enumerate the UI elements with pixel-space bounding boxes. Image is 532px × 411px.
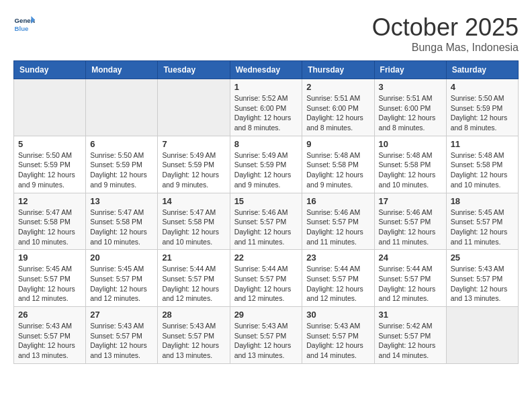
day-info: Sunrise: 5:44 AMSunset: 5:57 PMDaylight:… [379, 264, 442, 304]
day-number: 1 [234, 82, 298, 92]
day-info: Sunrise: 5:50 AMSunset: 5:59 PMDaylight:… [18, 150, 81, 190]
day-cell: 22 Sunrise: 5:44 AMSunset: 5:57 PMDaylig… [230, 250, 302, 307]
day-info: Sunrise: 5:43 AMSunset: 5:57 PMDaylight:… [18, 321, 81, 361]
day-number: 14 [162, 196, 225, 206]
day-cell: 5 Sunrise: 5:50 AMSunset: 5:59 PMDayligh… [14, 136, 86, 193]
day-info: Sunrise: 5:50 AMSunset: 5:59 PMDaylight:… [90, 150, 153, 190]
day-cell: 4 Sunrise: 5:50 AMSunset: 5:59 PMDayligh… [446, 79, 518, 136]
day-cell: 1 Sunrise: 5:52 AMSunset: 6:00 PMDayligh… [230, 79, 302, 136]
day-cell: 20 Sunrise: 5:45 AMSunset: 5:57 PMDaylig… [86, 250, 158, 307]
day-info: Sunrise: 5:50 AMSunset: 5:59 PMDaylight:… [451, 93, 514, 133]
day-info: Sunrise: 5:45 AMSunset: 5:57 PMDaylight:… [18, 264, 81, 304]
day-cell: 8 Sunrise: 5:49 AMSunset: 5:59 PMDayligh… [230, 136, 302, 193]
day-number: 8 [234, 139, 298, 149]
day-info: Sunrise: 5:48 AMSunset: 5:58 PMDaylight:… [379, 150, 442, 190]
day-cell: 11 Sunrise: 5:48 AMSunset: 5:58 PMDaylig… [446, 136, 518, 193]
day-info: Sunrise: 5:44 AMSunset: 5:57 PMDaylight:… [234, 264, 298, 304]
day-cell: 19 Sunrise: 5:45 AMSunset: 5:57 PMDaylig… [14, 250, 86, 307]
day-info: Sunrise: 5:43 AMSunset: 5:57 PMDaylight:… [162, 321, 225, 361]
day-cell: 10 Sunrise: 5:48 AMSunset: 5:58 PMDaylig… [374, 136, 446, 193]
day-number: 24 [379, 253, 442, 263]
day-cell: 17 Sunrise: 5:46 AMSunset: 5:57 PMDaylig… [374, 193, 446, 250]
header-friday: Friday [374, 61, 446, 79]
week-row-3: 12 Sunrise: 5:47 AMSunset: 5:58 PMDaylig… [14, 193, 519, 250]
day-cell [446, 307, 518, 364]
day-info: Sunrise: 5:51 AMSunset: 6:00 PMDaylight:… [379, 93, 442, 133]
day-number: 27 [90, 310, 153, 320]
week-row-4: 19 Sunrise: 5:45 AMSunset: 5:57 PMDaylig… [14, 250, 519, 307]
day-info: Sunrise: 5:47 AMSunset: 5:58 PMDaylight:… [162, 208, 225, 247]
logo-icon: General Blue [13, 13, 35, 35]
svg-text:Blue: Blue [15, 25, 29, 32]
location: Bunga Mas, Indonesia [372, 42, 519, 54]
day-info: Sunrise: 5:43 AMSunset: 5:57 PMDaylight:… [306, 321, 369, 361]
logo: General Blue [13, 13, 35, 35]
day-number: 21 [162, 253, 225, 263]
day-number: 2 [306, 82, 369, 92]
day-number: 19 [18, 253, 81, 263]
day-number: 20 [90, 253, 153, 263]
day-number: 3 [379, 82, 442, 92]
header: General Blue October 2025 Bunga Mas, Ind… [13, 13, 519, 54]
day-cell: 7 Sunrise: 5:49 AMSunset: 5:59 PMDayligh… [158, 136, 230, 193]
day-info: Sunrise: 5:46 AMSunset: 5:57 PMDaylight:… [234, 208, 298, 247]
day-cell: 16 Sunrise: 5:46 AMSunset: 5:57 PMDaylig… [302, 193, 374, 250]
week-row-5: 26 Sunrise: 5:43 AMSunset: 5:57 PMDaylig… [14, 307, 519, 364]
day-cell: 28 Sunrise: 5:43 AMSunset: 5:57 PMDaylig… [158, 307, 230, 364]
header-thursday: Thursday [302, 61, 374, 79]
day-number: 22 [234, 253, 298, 263]
day-number: 18 [451, 196, 514, 206]
header-tuesday: Tuesday [158, 61, 230, 79]
day-cell: 29 Sunrise: 5:43 AMSunset: 5:57 PMDaylig… [230, 307, 302, 364]
day-cell: 2 Sunrise: 5:51 AMSunset: 6:00 PMDayligh… [302, 79, 374, 136]
month-title: October 2025 [372, 13, 519, 42]
day-number: 6 [90, 139, 153, 149]
day-cell [86, 79, 158, 136]
day-info: Sunrise: 5:43 AMSunset: 5:57 PMDaylight:… [234, 321, 298, 361]
day-info: Sunrise: 5:46 AMSunset: 5:57 PMDaylight:… [379, 208, 442, 247]
day-info: Sunrise: 5:46 AMSunset: 5:57 PMDaylight:… [306, 208, 369, 247]
day-info: Sunrise: 5:43 AMSunset: 5:57 PMDaylight:… [90, 321, 153, 361]
day-info: Sunrise: 5:48 AMSunset: 5:58 PMDaylight:… [306, 150, 369, 190]
day-cell: 25 Sunrise: 5:43 AMSunset: 5:57 PMDaylig… [446, 250, 518, 307]
day-number: 30 [306, 310, 369, 320]
day-number: 13 [90, 196, 153, 206]
day-cell [158, 79, 230, 136]
day-info: Sunrise: 5:51 AMSunset: 6:00 PMDaylight:… [306, 93, 369, 133]
day-number: 23 [306, 253, 369, 263]
day-number: 29 [234, 310, 298, 320]
weekday-header-row: SundayMondayTuesdayWednesdayThursdayFrid… [14, 61, 519, 79]
day-cell: 21 Sunrise: 5:44 AMSunset: 5:57 PMDaylig… [158, 250, 230, 307]
day-cell: 15 Sunrise: 5:46 AMSunset: 5:57 PMDaylig… [230, 193, 302, 250]
day-cell: 27 Sunrise: 5:43 AMSunset: 5:57 PMDaylig… [86, 307, 158, 364]
day-info: Sunrise: 5:42 AMSunset: 5:57 PMDaylight:… [379, 321, 442, 361]
day-number: 11 [451, 139, 514, 149]
week-row-2: 5 Sunrise: 5:50 AMSunset: 5:59 PMDayligh… [14, 136, 519, 193]
day-number: 9 [306, 139, 369, 149]
day-cell: 31 Sunrise: 5:42 AMSunset: 5:57 PMDaylig… [374, 307, 446, 364]
day-info: Sunrise: 5:44 AMSunset: 5:57 PMDaylight:… [162, 264, 225, 304]
day-cell [14, 79, 86, 136]
day-info: Sunrise: 5:45 AMSunset: 5:57 PMDaylight:… [451, 208, 514, 247]
day-number: 17 [379, 196, 442, 206]
day-info: Sunrise: 5:47 AMSunset: 5:58 PMDaylight:… [90, 208, 153, 247]
day-info: Sunrise: 5:49 AMSunset: 5:59 PMDaylight:… [162, 150, 225, 190]
day-cell: 26 Sunrise: 5:43 AMSunset: 5:57 PMDaylig… [14, 307, 86, 364]
day-number: 7 [162, 139, 225, 149]
day-cell: 6 Sunrise: 5:50 AMSunset: 5:59 PMDayligh… [86, 136, 158, 193]
title-area: October 2025 Bunga Mas, Indonesia [372, 13, 519, 54]
day-number: 16 [306, 196, 369, 206]
calendar: SundayMondayTuesdayWednesdayThursdayFrid… [13, 60, 519, 364]
day-cell: 14 Sunrise: 5:47 AMSunset: 5:58 PMDaylig… [158, 193, 230, 250]
day-info: Sunrise: 5:52 AMSunset: 6:00 PMDaylight:… [234, 93, 298, 133]
day-number: 5 [18, 139, 81, 149]
day-info: Sunrise: 5:47 AMSunset: 5:58 PMDaylight:… [18, 208, 81, 247]
header-sunday: Sunday [14, 61, 86, 79]
day-number: 12 [18, 196, 81, 206]
header-saturday: Saturday [446, 61, 518, 79]
day-number: 10 [379, 139, 442, 149]
day-number: 25 [451, 253, 514, 263]
day-cell: 3 Sunrise: 5:51 AMSunset: 6:00 PMDayligh… [374, 79, 446, 136]
day-cell: 18 Sunrise: 5:45 AMSunset: 5:57 PMDaylig… [446, 193, 518, 250]
day-number: 28 [162, 310, 225, 320]
